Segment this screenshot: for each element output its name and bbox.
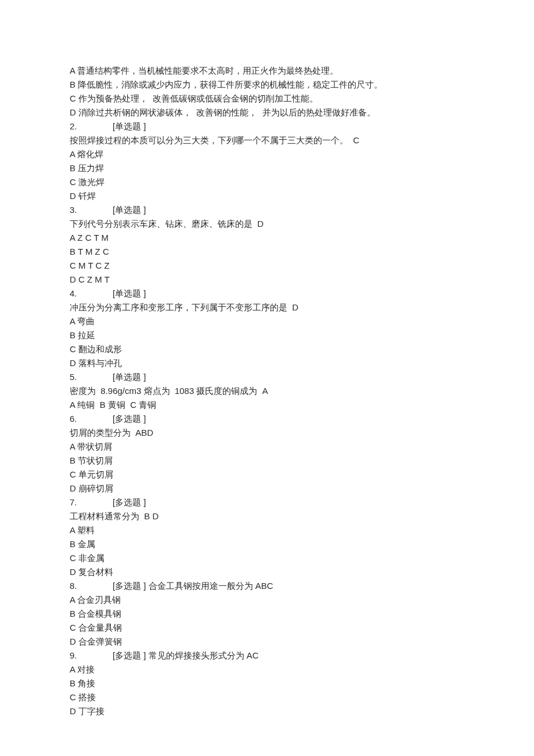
question-header: 9.[多选题 ] 常见的焊接接头形式分为 AC bbox=[70, 649, 464, 663]
text-line: B 拉延 bbox=[70, 328, 464, 342]
question-number: 6. bbox=[70, 412, 113, 426]
question-header: 6.[多选题 ] bbox=[70, 412, 464, 426]
text-line: B 节状切屑 bbox=[70, 454, 464, 468]
text-line: C 作为预备热处理， 改善低碳钢或低碳合金钢的切削加工性能。 bbox=[70, 92, 464, 106]
text-line: C 激光焊 bbox=[70, 175, 464, 189]
question-header: 5.[单选题 ] bbox=[70, 370, 464, 384]
text-line: C 非金属 bbox=[70, 551, 464, 565]
text-line: C 翻边和成形 bbox=[70, 342, 464, 356]
text-line: D 落料与冲孔 bbox=[70, 356, 464, 370]
question-number: 2. bbox=[70, 120, 113, 133]
question-number: 3. bbox=[70, 203, 113, 217]
text-line: 冲压分为分离工序和变形工序，下列属于不变形工序的是 D bbox=[70, 301, 464, 314]
text-line: A 弯曲 bbox=[70, 314, 464, 328]
text-line: A 塑料 bbox=[70, 523, 464, 537]
question-type-tag: [单选题 ] bbox=[113, 370, 464, 384]
text-line: C M T C Z bbox=[70, 259, 464, 273]
text-line: B 降低脆性，消除或减少内应力，获得工件所要求的机械性能，稳定工件的尺寸。 bbox=[70, 78, 464, 92]
text-line: A 合金刃具钢 bbox=[70, 593, 464, 607]
question-header: 8.[多选题 ] 合金工具钢按用途一般分为 ABC bbox=[70, 579, 464, 593]
document-page: A 普通结构零件，当机械性能要求不太高时，用正火作为最终热处理。B 降低脆性，消… bbox=[0, 0, 534, 753]
text-line: A 对接 bbox=[70, 663, 464, 677]
text-line: 工程材料通常分为 B D bbox=[70, 509, 464, 523]
text-line: A 普通结构零件，当机械性能要求不太高时，用正火作为最终热处理。 bbox=[70, 64, 464, 78]
text-line: C 合金量具钢 bbox=[70, 621, 464, 635]
question-type-tag: [单选题 ] bbox=[113, 203, 464, 217]
question-type-tag: [多选题 ] bbox=[113, 412, 464, 426]
text-line: D 消除过共析钢的网状渗碳体， 改善钢的性能， 并为以后的热处理做好准备。 bbox=[70, 106, 464, 120]
question-type-tag: [多选题 ] bbox=[113, 495, 464, 509]
question-type-tag: [单选题 ] bbox=[113, 120, 464, 133]
text-line: B 合金模具钢 bbox=[70, 607, 464, 621]
text-line: D C Z M T bbox=[70, 273, 464, 287]
text-line: B 压力焊 bbox=[70, 161, 464, 175]
text-line: A Z C T M bbox=[70, 231, 464, 245]
text-line: B 角接 bbox=[70, 677, 464, 690]
question-number: 8. bbox=[70, 579, 113, 593]
question-header: 7.[多选题 ] bbox=[70, 495, 464, 509]
text-line: A 纯铜 B 黄铜 C 青铜 bbox=[70, 398, 464, 412]
text-line: D 崩碎切屑 bbox=[70, 482, 464, 495]
question-number: 5. bbox=[70, 370, 113, 384]
text-line: B 金属 bbox=[70, 537, 464, 551]
question-number: 9. bbox=[70, 649, 113, 663]
question-type-tag: [单选题 ] bbox=[113, 287, 464, 301]
text-line: D 钎焊 bbox=[70, 189, 464, 203]
text-line: A 带状切屑 bbox=[70, 440, 464, 454]
question-type-tag: [多选题 ] 合金工具钢按用途一般分为 ABC bbox=[113, 579, 464, 593]
text-line: A 熔化焊 bbox=[70, 147, 464, 161]
text-line: D 合金弹簧钢 bbox=[70, 635, 464, 649]
text-line: C 搭接 bbox=[70, 690, 464, 704]
question-type-tag: [多选题 ] 常见的焊接接头形式分为 AC bbox=[113, 649, 464, 663]
question-number: 4. bbox=[70, 287, 113, 301]
text-line: 密度为 8.96g/cm3 熔点为 1083 摄氏度的铜成为 A bbox=[70, 384, 464, 398]
text-line: B T M Z C bbox=[70, 245, 464, 259]
text-line: C 单元切屑 bbox=[70, 468, 464, 482]
text-line: 按照焊接过程的本质可以分为三大类，下列哪一个不属于三大类的一个。 C bbox=[70, 133, 464, 147]
question-header: 2.[单选题 ] bbox=[70, 120, 464, 133]
question-number: 7. bbox=[70, 495, 113, 509]
text-line: 切屑的类型分为 ABD bbox=[70, 426, 464, 440]
text-line: D 丁字接 bbox=[70, 704, 464, 718]
text-line: 下列代号分别表示车床、钻床、磨床、铣床的是 D bbox=[70, 217, 464, 231]
text-line: D 复合材料 bbox=[70, 565, 464, 579]
question-header: 4.[单选题 ] bbox=[70, 287, 464, 301]
question-header: 3.[单选题 ] bbox=[70, 203, 464, 217]
